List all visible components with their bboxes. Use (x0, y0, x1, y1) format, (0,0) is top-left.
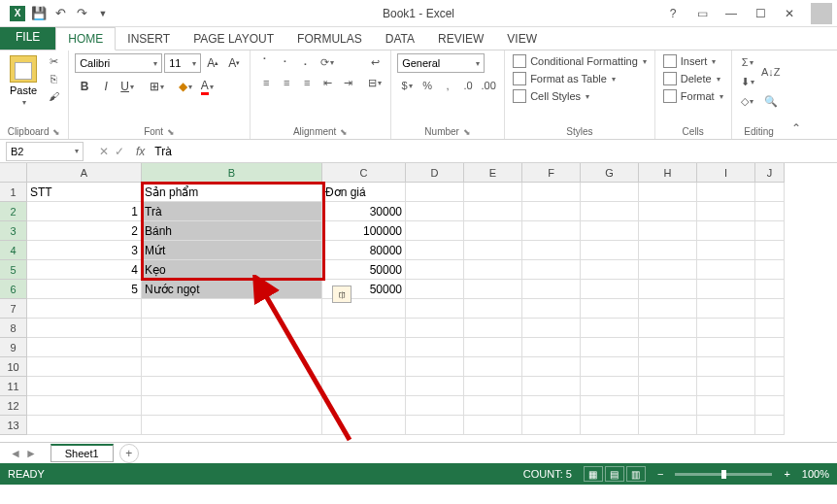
align-middle-icon[interactable]: ⠂ (277, 53, 296, 71)
cell[interactable] (639, 202, 697, 221)
cell[interactable]: Kẹo (142, 260, 322, 280)
cell[interactable] (322, 396, 406, 416)
orientation-icon[interactable]: ⟳▾ (318, 53, 337, 71)
align-right-icon[interactable]: ≡ (297, 74, 317, 91)
underline-button[interactable]: U▾ (117, 77, 137, 96)
cell[interactable] (464, 260, 522, 280)
cell[interactable] (27, 416, 142, 435)
zoom-out-icon[interactable]: − (657, 468, 663, 480)
cell[interactable] (581, 338, 639, 357)
cell[interactable] (322, 357, 406, 377)
tab-data[interactable]: DATA (374, 28, 426, 50)
cell[interactable]: 3 (27, 241, 142, 260)
autosum-icon[interactable]: Σ▾ (738, 53, 757, 71)
cell[interactable]: Đơn giá (322, 183, 406, 202)
cell[interactable] (581, 241, 639, 260)
cell[interactable] (142, 357, 322, 377)
undo-icon[interactable]: ↶ (52, 6, 68, 21)
qat-customize-icon[interactable]: ▼ (95, 6, 111, 21)
merge-center-icon[interactable]: ⊟▾ (365, 74, 385, 91)
row-header[interactable]: 2 (0, 202, 27, 221)
cell[interactable] (406, 396, 464, 416)
cell[interactable] (639, 280, 697, 299)
fill-icon[interactable]: ⬇▾ (738, 73, 757, 90)
column-header[interactable]: F (522, 163, 581, 183)
cell[interactable] (697, 202, 755, 221)
cell[interactable] (522, 377, 581, 396)
cell[interactable] (142, 319, 322, 338)
fill-color-icon[interactable]: ◆▾ (176, 77, 195, 96)
cell[interactable]: Sản phẩm (142, 183, 322, 202)
cell[interactable] (522, 202, 581, 221)
sort-filter-icon[interactable]: A↓Z (761, 53, 781, 90)
font-name-combo[interactable]: Calibri▾ (75, 53, 162, 73)
cell[interactable] (27, 338, 142, 357)
cell[interactable] (697, 377, 755, 396)
tab-home[interactable]: HOME (55, 27, 116, 50)
view-page-break-icon[interactable]: ▥ (626, 466, 646, 482)
redo-icon[interactable]: ↷ (74, 6, 89, 21)
save-icon[interactable]: 💾 (31, 6, 47, 21)
tab-formulas[interactable]: FORMULAS (285, 28, 374, 50)
column-header[interactable]: A (27, 163, 142, 183)
cell[interactable] (755, 241, 785, 260)
cell[interactable] (755, 338, 785, 357)
cell[interactable]: Mứt (142, 241, 322, 260)
cell[interactable] (522, 319, 581, 338)
cell[interactable] (27, 299, 142, 319)
comma-format-icon[interactable]: , (438, 77, 457, 94)
cell[interactable] (581, 280, 639, 299)
cell[interactable]: Trà (142, 202, 322, 221)
fx-icon[interactable]: fx (130, 145, 151, 158)
cell[interactable] (522, 280, 581, 299)
cell[interactable]: 80000 (322, 241, 406, 260)
cell[interactable] (406, 202, 464, 221)
cell[interactable] (406, 280, 464, 299)
cell[interactable] (464, 202, 522, 221)
accounting-format-icon[interactable]: $▾ (397, 77, 417, 94)
cell[interactable] (464, 280, 522, 299)
row-header[interactable]: 8 (0, 319, 27, 338)
cell[interactable] (464, 338, 522, 357)
enter-formula-icon[interactable]: ✓ (115, 145, 124, 158)
cell[interactable] (322, 319, 406, 338)
cell[interactable] (464, 319, 522, 338)
cell[interactable] (639, 183, 697, 202)
cell[interactable] (581, 396, 639, 416)
cell[interactable] (406, 377, 464, 396)
column-header[interactable]: E (464, 163, 522, 183)
row-header[interactable]: 5 (0, 260, 27, 280)
copy-icon[interactable]: ⎘ (45, 71, 62, 86)
align-center-icon[interactable]: ≡ (277, 74, 296, 91)
font-size-combo[interactable]: 11▾ (164, 53, 201, 73)
row-header[interactable]: 10 (0, 357, 27, 377)
column-header[interactable]: I (697, 163, 755, 183)
cell[interactable]: STT (27, 183, 142, 202)
cell[interactable] (464, 396, 522, 416)
cell[interactable] (522, 338, 581, 357)
cancel-formula-icon[interactable]: ✕ (99, 145, 109, 158)
delete-cells-button[interactable]: Delete▾ (661, 71, 722, 86)
cell[interactable] (406, 221, 464, 241)
maximize-icon[interactable]: ☐ (747, 4, 774, 23)
sheet-tab[interactable]: Sheet1 (50, 444, 114, 462)
cell[interactable] (755, 357, 785, 377)
cell[interactable] (697, 280, 755, 299)
wrap-text-icon[interactable]: ↩ (365, 53, 385, 71)
cell[interactable] (697, 396, 755, 416)
font-color-icon[interactable]: A▾ (197, 77, 217, 96)
cell[interactable] (697, 357, 755, 377)
cell[interactable] (697, 260, 755, 280)
cell[interactable] (581, 319, 639, 338)
cell[interactable] (322, 338, 406, 357)
find-select-icon[interactable]: 🔍 (761, 92, 781, 110)
cell[interactable] (522, 396, 581, 416)
tab-page-layout[interactable]: PAGE LAYOUT (182, 28, 285, 50)
row-header[interactable]: 7 (0, 299, 27, 319)
cell[interactable] (697, 338, 755, 357)
cell[interactable] (522, 260, 581, 280)
cell[interactable] (406, 260, 464, 280)
cell[interactable]: 2 (27, 221, 142, 241)
cell[interactable] (142, 299, 322, 319)
cell[interactable] (27, 357, 142, 377)
